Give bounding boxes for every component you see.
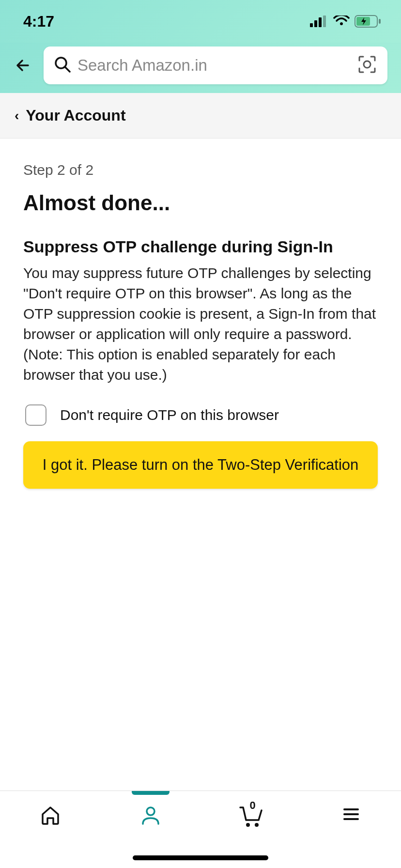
search-box[interactable] [44,46,387,84]
section-subtitle: Suppress OTP challenge during Sign-In [23,237,378,256]
menu-icon [341,805,361,824]
svg-point-12 [255,823,259,827]
home-icon [40,805,61,826]
description-text: You may suppress future OTP challenges b… [23,263,378,385]
back-button[interactable] [14,56,33,75]
cart-count-badge: 0 [250,799,256,812]
step-indicator: Step 2 of 2 [23,162,378,178]
svg-rect-3 [323,16,326,27]
svg-point-7 [56,58,66,68]
otp-suppress-checkbox[interactable] [25,404,46,426]
search-icon [54,56,71,75]
nav-home[interactable] [21,805,79,826]
status-icons [310,15,382,28]
wifi-icon [333,16,350,27]
nav-menu[interactable] [322,805,380,824]
profile-icon [140,805,161,826]
checkbox-label: Don't require OTP on this browser [60,407,279,423]
nav-profile[interactable] [122,805,180,826]
breadcrumb-label: Your Account [26,107,125,124]
back-arrow-icon [14,56,33,75]
status-time: 4:17 [23,13,54,31]
page-title: Almost done... [23,191,378,215]
svg-rect-0 [310,23,313,27]
battery-charging-icon [355,15,382,28]
svg-rect-1 [314,20,317,27]
svg-point-10 [147,807,154,815]
svg-rect-2 [319,17,322,27]
enable-two-step-button[interactable]: I got it. Please turn on the Two-Step Ve… [23,441,378,489]
checkbox-row: Don't require OTP on this browser [23,404,378,426]
svg-point-9 [364,61,370,68]
svg-point-11 [246,823,250,827]
search-input[interactable] [77,56,351,75]
home-indicator[interactable] [133,855,268,860]
breadcrumb[interactable]: ‹ Your Account [0,93,401,139]
cellular-signal-icon [310,16,328,27]
camera-scan-icon[interactable] [357,55,377,76]
status-bar: 4:17 [0,0,401,43]
chevron-left-icon: ‹ [15,108,19,124]
main-content: Step 2 of 2 Almost done... Suppress OTP … [0,139,401,489]
svg-rect-6 [379,19,381,24]
svg-line-8 [65,67,70,72]
nav-cart[interactable]: 0 [222,805,280,828]
header-search-bar [0,43,401,93]
